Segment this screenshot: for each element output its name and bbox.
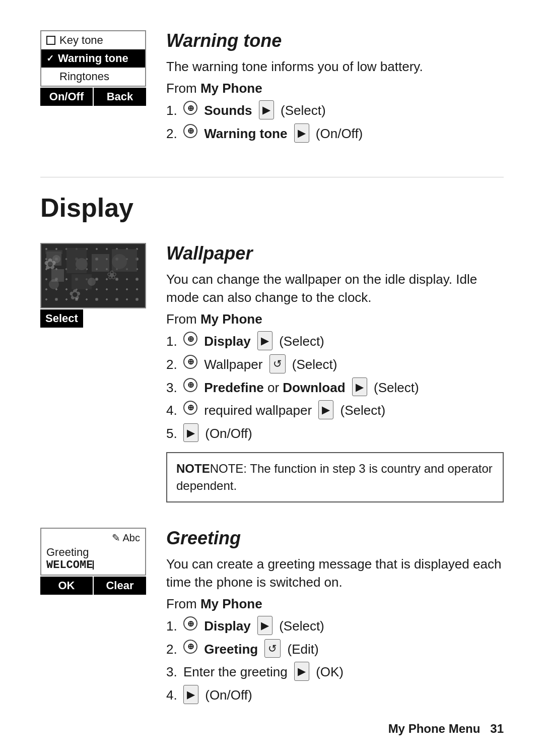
- greeting-softkeys: OK Clear: [40, 577, 146, 595]
- wallpaper-svg: ✿ ❀ ✿: [41, 244, 145, 307]
- warning-tone-screen: Key tone ✓ Warning tone Ringtones: [40, 30, 146, 87]
- btn-wp1: ▶: [257, 331, 273, 350]
- greeting-title: Greeting: [166, 528, 504, 549]
- select-softkey[interactable]: Select: [40, 309, 83, 328]
- nav-icon-gr1: ⊕: [183, 616, 197, 631]
- wallpaper-section: ✿ ❀ ✿ Select Wallpaper You can change th…: [40, 243, 504, 502]
- wp-step-5: 5. ▶ (On/Off): [166, 423, 504, 445]
- greeting-screen-header: ✎ Abc: [46, 532, 140, 544]
- svg-rect-1: [45, 250, 62, 254]
- nav-icon-2: ⊕: [183, 124, 197, 138]
- greeting-from: From My Phone: [166, 596, 504, 612]
- nav-icon-wp3: ⊕: [183, 378, 197, 392]
- warning-tone-section: Key tone ✓ Warning tone Ringtones On/Off…: [40, 30, 504, 147]
- nav-icon-wp2: ⊕: [183, 355, 197, 369]
- btn-gr1: ▶: [257, 616, 273, 635]
- footer-section-label: My Phone Menu: [388, 722, 481, 736]
- warning-tone-from: From My Phone: [166, 81, 504, 96]
- wp-step-2: 2. ⊕ Wallpaper ↺ (Select): [166, 354, 504, 375]
- greeting-screen-label-text: Greeting: [46, 546, 140, 559]
- warning-tone-mockup: Key tone ✓ Warning tone Ringtones On/Off…: [40, 30, 146, 147]
- keytone-label: Key tone: [59, 34, 103, 47]
- page-number: 31: [490, 722, 504, 736]
- ok-softkey[interactable]: OK: [40, 577, 93, 595]
- svg-text:❀: ❀: [107, 268, 117, 282]
- screen-row-ringtones: Ringtones: [41, 68, 145, 86]
- svg-point-8: [76, 258, 88, 270]
- ringtones-label: Ringtones: [59, 70, 109, 83]
- greeting-steps: 1. ⊕ Display ▶ (Select) 2. ⊕ Greeting ↺ …: [166, 616, 504, 706]
- clear-softkey[interactable]: Clear: [94, 577, 146, 595]
- btn-gr2: ↺: [264, 639, 281, 658]
- svg-point-9: [112, 254, 127, 269]
- select-btn-1: ▶: [259, 100, 274, 119]
- btn-wp4: ▶: [318, 400, 333, 419]
- btn-gr3: ▶: [294, 662, 309, 681]
- wp-step-3: 3. ⊕ Predefine or Download ▶ (Select): [166, 377, 504, 399]
- screen-row-warningtone: ✓ Warning tone: [41, 49, 145, 68]
- greeting-desc: You can create a greeting message that i…: [166, 555, 504, 592]
- checkbox-icon: [46, 36, 55, 45]
- nav-icon-gr2: ⊕: [183, 640, 197, 654]
- greeting-mockup: ✎ Abc Greeting WELCOME OK Clear: [40, 528, 146, 708]
- wallpaper-softkey[interactable]: Select: [40, 308, 146, 328]
- display-title: Display: [40, 193, 504, 223]
- wp-step-4: 4. ⊕ required wallpaper ▶ (Select): [166, 400, 504, 421]
- nav-icon-wp1: ⊕: [183, 332, 197, 346]
- wallpaper-title: Wallpaper: [166, 243, 504, 264]
- wallpaper-desc: You can change the wallpaper on the idle…: [166, 270, 504, 307]
- cursor-icon: [93, 560, 94, 570]
- svg-point-11: [88, 278, 96, 286]
- btn-wp3: ▶: [352, 377, 367, 397]
- warning-tone-steps: 1. ⊕ Sounds ▶ (Select) 2. ⊕ Warning tone…: [166, 100, 504, 144]
- step-2: 2. ⊕ Warning tone ▶ (On/Off): [166, 123, 504, 145]
- wallpaper-image: ✿ ❀ ✿: [40, 243, 146, 308]
- step-1: 1. ⊕ Sounds ▶ (Select): [166, 100, 504, 121]
- btn-wp5: ▶: [183, 423, 198, 443]
- wp-step-1: 1. ⊕ Display ▶ (Select): [166, 331, 504, 352]
- warning-tone-title: Warning tone: [166, 30, 504, 51]
- greeting-screen: ✎ Abc Greeting WELCOME: [40, 528, 146, 576]
- check-icon: ✓: [46, 53, 54, 64]
- greeting-text: Greeting You can create a greeting messa…: [166, 528, 504, 708]
- wallpaper-steps: 1. ⊕ Display ▶ (Select) 2. ⊕ Wallpaper ↺…: [166, 331, 504, 444]
- svg-text:✿: ✿: [69, 287, 81, 302]
- wallpaper-from: From My Phone: [166, 311, 504, 327]
- wallpaper-note: NOTENOTE: The function in step 3 is coun…: [166, 452, 504, 502]
- warningtone-label: Warning tone: [58, 52, 128, 65]
- warning-tone-text: Warning tone The warning tone informs yo…: [166, 30, 504, 147]
- warning-tone-desc: The warning tone informs you of low batt…: [166, 57, 504, 76]
- section-divider: [40, 177, 504, 177]
- back-softkey[interactable]: Back: [94, 88, 146, 106]
- gr-step-4: 4. ▶ (On/Off): [166, 685, 504, 706]
- warning-tone-softkeys: On/Off Back: [40, 88, 146, 106]
- btn-gr4: ▶: [183, 685, 198, 704]
- screen-row-keytone: Key tone: [41, 31, 145, 49]
- onoff-softkey[interactable]: On/Off: [40, 88, 93, 106]
- gr-step-3: 3. Enter the greeting ▶ (OK): [166, 662, 504, 683]
- greeting-section: ✎ Abc Greeting WELCOME OK Clear Greeting…: [40, 528, 504, 708]
- svg-text:✿: ✿: [44, 256, 56, 272]
- nav-icon-wp4: ⊕: [183, 401, 197, 415]
- select-btn-2: ▶: [294, 123, 309, 143]
- btn-wp2: ↺: [269, 354, 286, 373]
- page-footer: My Phone Menu 31: [388, 722, 504, 736]
- wallpaper-mockup: ✿ ❀ ✿ Select: [40, 243, 146, 502]
- greeting-screen-value: WELCOME: [46, 559, 140, 572]
- gr-step-2: 2. ⊕ Greeting ↺ (Edit): [166, 639, 504, 660]
- svg-point-10: [49, 279, 59, 289]
- gr-step-1: 1. ⊕ Display ▶ (Select): [166, 616, 504, 637]
- nav-icon-1: ⊕: [183, 101, 197, 115]
- wallpaper-text: Wallpaper You can change the wallpaper o…: [166, 243, 504, 502]
